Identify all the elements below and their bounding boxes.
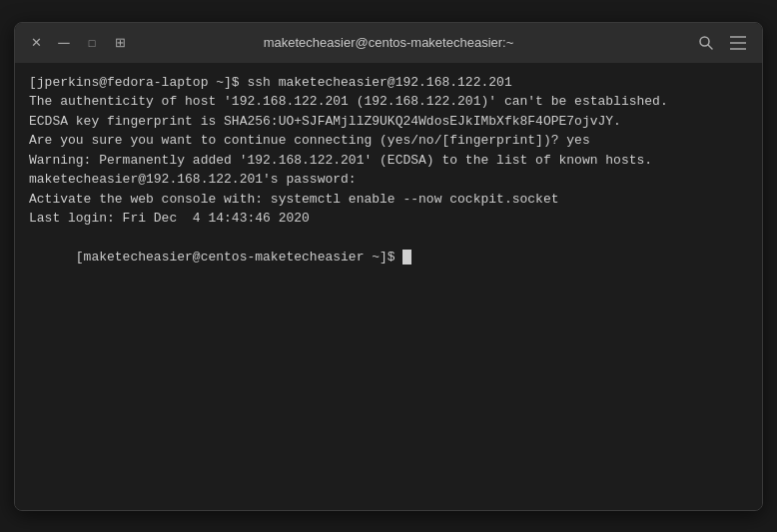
terminal-window: ✕ ─ □ ⊞ maketecheasier@centos-maketechea…: [14, 22, 763, 511]
minimize-button[interactable]: ─: [55, 34, 73, 52]
terminal-line-3: ECDSA key fingerprint is SHA256:UO+SJFAM…: [29, 112, 748, 132]
title-actions: [694, 33, 750, 53]
close-button[interactable]: ✕: [27, 34, 45, 52]
terminal-line-1: [jperkins@fedora-laptop ~]$ ssh maketech…: [29, 73, 748, 93]
window-title: maketecheasier@centos-maketecheasier:~: [264, 35, 514, 50]
search-icon: [698, 35, 714, 51]
terminal-line-6: maketecheasier@192.168.122.201's passwor…: [29, 170, 748, 190]
terminal-line-10: [maketecheasier@centos-maketecheasier ~]…: [29, 229, 748, 287]
menu-button[interactable]: [726, 34, 750, 52]
maximize-button[interactable]: □: [83, 34, 101, 52]
search-button[interactable]: [694, 33, 718, 53]
terminal-line-5: Warning: Permanently added '192.168.122.…: [29, 151, 748, 171]
terminal-line-7: Activate the web console with: systemctl…: [29, 190, 748, 210]
hamburger-menu-icon: [730, 36, 746, 50]
window-controls: ✕ ─ □ ⊞: [27, 34, 129, 52]
terminal-body[interactable]: [jperkins@fedora-laptop ~]$ ssh maketech…: [15, 63, 762, 510]
terminal-cursor: [402, 250, 411, 265]
terminal-line-4: Are you sure you want to continue connec…: [29, 131, 748, 151]
new-tab-button[interactable]: ⊞: [111, 34, 129, 52]
title-bar: ✕ ─ □ ⊞ maketecheasier@centos-maketechea…: [15, 23, 762, 63]
terminal-line-9: Last login: Fri Dec 4 14:43:46 2020: [29, 209, 748, 229]
terminal-line-2: The authenticity of host '192.168.122.20…: [29, 92, 748, 112]
svg-line-1: [708, 45, 712, 49]
